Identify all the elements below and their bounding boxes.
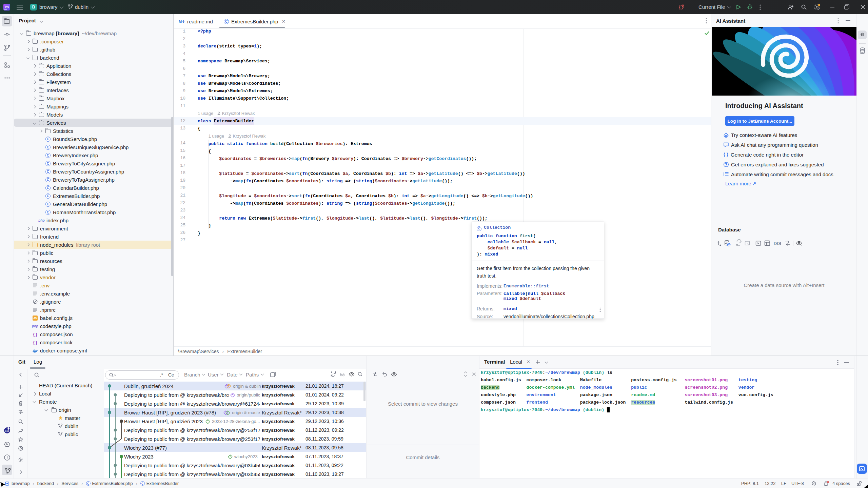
svg-text:M: M [179,20,182,24]
svg-text:Lua: Lua [5,430,9,432]
svg-text:DDL: DDL [774,241,782,246]
